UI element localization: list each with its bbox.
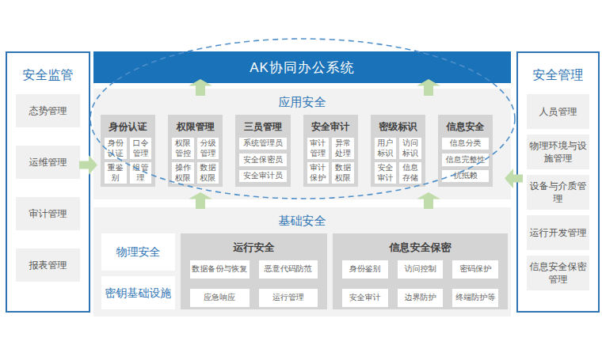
base-cell: 应急响应 bbox=[190, 289, 250, 307]
key-infrastructure-box: 密钥基础设施 bbox=[101, 276, 175, 309]
base-section-title: 基础安全 bbox=[93, 207, 511, 229]
right-panel-title: 安全管理 bbox=[518, 67, 598, 84]
right-panel-security-management: 安全管理 人员管理 物理环境与设施管理 设备与介质管理 运行开发管理 信息安全保… bbox=[516, 51, 600, 313]
application-security-section: 应用安全 身份认证 身份认证 口令管理 重鉴别 组管理 权限管理 权限管控 分级… bbox=[93, 89, 511, 199]
operation-security-group: 运行安全 数据备份与恢复 恶意代码防范 应急响应 运行管理 bbox=[181, 233, 327, 309]
app-cell: 安全保密员 bbox=[239, 154, 286, 165]
app-cell: 数据权限 bbox=[197, 162, 219, 184]
app-cell: 组管理 bbox=[130, 162, 152, 184]
app-column-information-security: 信息安全 信息分类 信息完整性 抗抵赖 bbox=[438, 115, 493, 187]
base-cell: 边界防护 bbox=[398, 289, 444, 307]
group-title: 信息安全保密 bbox=[333, 241, 508, 255]
right-panel-item-device: 设备与介质管理 bbox=[527, 175, 589, 210]
app-cell: 权限管控 bbox=[172, 138, 194, 159]
app-cell: 信息完整性 bbox=[442, 154, 489, 165]
app-columns: 身份认证 身份认证 口令管理 重鉴别 组管理 权限管理 权限管控 分级管理 操作… bbox=[93, 110, 511, 187]
app-column-three-admins: 三员管理 系统管理员 安全保密员 安全审计员 bbox=[235, 115, 290, 187]
app-column-title: 信息安全 bbox=[442, 120, 489, 134]
app-cell: 安全审计 bbox=[375, 162, 397, 184]
right-panel-item-devops: 运行开发管理 bbox=[527, 215, 589, 250]
basic-security-section: 基础安全 物理安全 密钥基础设施 运行安全 数据备份与恢复 恶意代码防范 应急响… bbox=[93, 207, 511, 317]
physical-security-box: 物理安全 bbox=[101, 233, 175, 271]
left-panel-security-supervision: 安全监管 态势管理 运维管理 审计管理 报表管理 bbox=[6, 51, 90, 313]
app-cell: 用户标识 bbox=[375, 138, 397, 159]
app-cell: 信息存储 bbox=[399, 162, 421, 184]
base-cell: 运行管理 bbox=[259, 289, 318, 307]
app-cell: 审计保护 bbox=[307, 162, 330, 184]
app-column-title: 权限管理 bbox=[172, 120, 219, 134]
base-cell: 终端防护等 bbox=[452, 289, 498, 307]
left-panel-item-ops: 运维管理 bbox=[16, 146, 80, 179]
app-column-title: 密级标识 bbox=[375, 120, 421, 134]
base-cell: 安全审计 bbox=[342, 289, 388, 307]
right-panel-item-personnel: 人员管理 bbox=[527, 94, 589, 129]
app-section-title: 应用安全 bbox=[93, 89, 511, 110]
infosec-secrecy-group: 信息安全保密 身份鉴别 访问控制 密码保护 安全审计 边界防护 终端防护等 bbox=[333, 233, 508, 309]
group-title: 运行安全 bbox=[181, 241, 327, 255]
system-banner-title: AK协同办公系统 bbox=[250, 59, 355, 77]
base-cell: 数据备份与恢复 bbox=[190, 260, 250, 279]
base-cell: 恶意代码防范 bbox=[259, 260, 318, 279]
app-column-security-audit: 安全审计 审计管理 异常处理 审计保护 数据权限 bbox=[303, 115, 358, 187]
app-cell: 数据权限 bbox=[332, 162, 354, 184]
left-panel-title: 安全监管 bbox=[7, 67, 89, 84]
security-architecture-diagram: 安全监管 态势管理 运维管理 审计管理 报表管理 安全管理 人员管理 物理环境与… bbox=[0, 0, 602, 364]
left-panel-item-audit: 审计管理 bbox=[16, 197, 80, 230]
base-cell: 访问控制 bbox=[398, 260, 444, 279]
app-cell: 审计管理 bbox=[307, 138, 330, 159]
app-column-title: 身份认证 bbox=[105, 120, 151, 134]
app-column-identity-auth: 身份认证 身份认证 口令管理 重鉴别 组管理 bbox=[101, 115, 155, 187]
app-column-classification-mark: 密级标识 用户标识 访问标识 安全审计 信息存储 bbox=[371, 115, 425, 187]
system-banner: AK协同办公系统 bbox=[93, 51, 511, 83]
base-cell: 身份鉴别 bbox=[342, 260, 388, 279]
base-cell: 密码保护 bbox=[452, 260, 498, 279]
app-cell: 系统管理员 bbox=[239, 138, 286, 150]
app-cell: 操作权限 bbox=[172, 162, 194, 184]
app-cell: 身份认证 bbox=[105, 138, 127, 159]
left-panel-item-situation: 态势管理 bbox=[16, 94, 80, 127]
app-column-title: 安全审计 bbox=[307, 120, 354, 134]
app-column-title: 三员管理 bbox=[239, 120, 286, 134]
app-cell: 重鉴别 bbox=[105, 162, 127, 184]
app-cell: 分级管理 bbox=[197, 138, 219, 159]
app-cell: 口令管理 bbox=[130, 138, 152, 159]
app-cell: 信息分类 bbox=[442, 138, 489, 150]
app-cell: 异常处理 bbox=[332, 138, 354, 159]
app-column-permission-mgmt: 权限管理 权限管控 分级管理 操作权限 数据权限 bbox=[168, 115, 223, 187]
app-cell: 访问标识 bbox=[399, 138, 421, 159]
right-panel-item-environment: 物理环境与设施管理 bbox=[527, 135, 589, 169]
right-panel-item-secrecy: 信息安全保密管理 bbox=[527, 256, 589, 290]
app-cell: 抗抵赖 bbox=[442, 170, 489, 182]
app-cell: 安全审计员 bbox=[239, 170, 286, 182]
left-panel-item-report: 报表管理 bbox=[16, 248, 80, 282]
